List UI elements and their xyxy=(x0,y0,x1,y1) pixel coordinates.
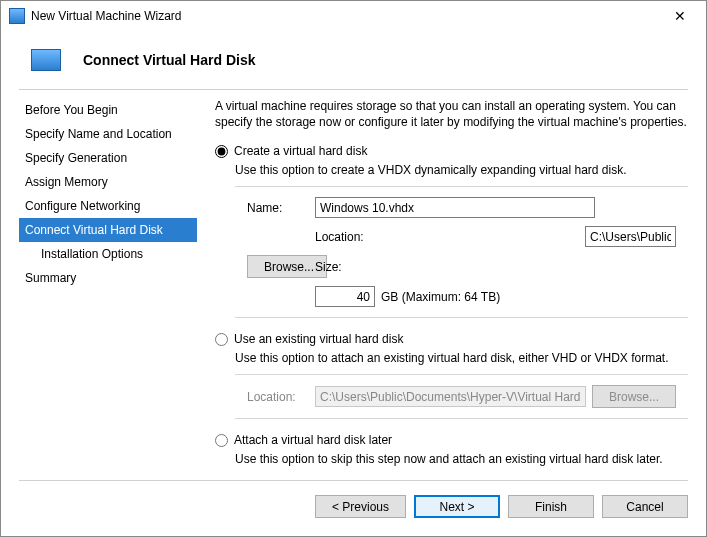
radio-later-label: Attach a virtual hard disk later xyxy=(234,433,392,447)
location-input[interactable] xyxy=(585,226,676,247)
radio-existing-label: Use an existing virtual hard disk xyxy=(234,332,403,346)
size-label: Size: xyxy=(315,260,579,274)
nav-specify-generation[interactable]: Specify Generation xyxy=(19,146,197,170)
radio-later[interactable] xyxy=(215,434,228,447)
name-label: Name: xyxy=(247,201,309,215)
finish-button[interactable]: Finish xyxy=(508,495,594,518)
nav-summary[interactable]: Summary xyxy=(19,266,197,290)
existing-browse-button: Browse... xyxy=(592,385,676,408)
wizard-window: New Virtual Machine Wizard ✕ Connect Vir… xyxy=(0,0,707,537)
content-panel: A virtual machine requires storage so th… xyxy=(215,98,688,480)
existing-location-input xyxy=(315,386,586,407)
option-later: Attach a virtual hard disk later Use thi… xyxy=(215,433,688,475)
radio-create[interactable] xyxy=(215,145,228,158)
window-title: New Virtual Machine Wizard xyxy=(31,9,658,23)
nav-configure-networking[interactable]: Configure Networking xyxy=(19,194,197,218)
intro-text: A virtual machine requires storage so th… xyxy=(215,98,688,130)
body: Before You Begin Specify Name and Locati… xyxy=(1,90,706,480)
page-heading: Connect Virtual Hard Disk xyxy=(83,52,255,68)
option-existing: Use an existing virtual hard disk Use th… xyxy=(215,332,688,419)
create-group: Name: Location: Browse... Size: GB (Maxi… xyxy=(235,186,688,318)
previous-button[interactable]: < Previous xyxy=(315,495,406,518)
option-create: Create a virtual hard disk Use this opti… xyxy=(215,144,688,318)
next-button[interactable]: Next > xyxy=(414,495,500,518)
footer: < Previous Next > Finish Cancel xyxy=(1,481,706,536)
titlebar: New Virtual Machine Wizard ✕ xyxy=(1,1,706,31)
cancel-button[interactable]: Cancel xyxy=(602,495,688,518)
nav-connect-virtual-hard-disk[interactable]: Connect Virtual Hard Disk xyxy=(19,218,197,242)
radio-existing[interactable] xyxy=(215,333,228,346)
radio-create-label: Create a virtual hard disk xyxy=(234,144,367,158)
create-desc: Use this option to create a VHDX dynamic… xyxy=(215,162,688,178)
existing-group: Location: Browse... xyxy=(235,374,688,419)
existing-location-label: Location: xyxy=(247,390,309,404)
close-icon[interactable]: ✕ xyxy=(658,2,702,30)
nav-assign-memory[interactable]: Assign Memory xyxy=(19,170,197,194)
nav-before-you-begin[interactable]: Before You Begin xyxy=(19,98,197,122)
existing-desc: Use this option to attach an existing vi… xyxy=(215,350,688,366)
nav-list: Before You Begin Specify Name and Locati… xyxy=(19,98,197,480)
header: Connect Virtual Hard Disk xyxy=(1,31,706,89)
name-input[interactable] xyxy=(315,197,595,218)
later-desc: Use this option to skip this step now an… xyxy=(215,451,688,467)
location-label: Location: xyxy=(315,230,579,244)
vm-icon xyxy=(31,49,61,71)
nav-specify-name-location[interactable]: Specify Name and Location xyxy=(19,122,197,146)
size-unit: GB (Maximum: 64 TB) xyxy=(381,290,500,304)
nav-installation-options[interactable]: Installation Options xyxy=(19,242,197,266)
size-input[interactable] xyxy=(315,286,375,307)
vm-icon xyxy=(9,8,25,24)
